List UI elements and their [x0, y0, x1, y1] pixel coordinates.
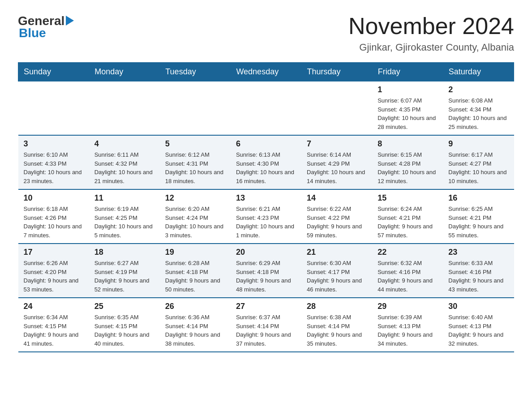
day-info: Sunrise: 6:33 AM Sunset: 4:16 PM Dayligh…	[448, 259, 508, 294]
calendar-cell: 25Sunrise: 6:35 AM Sunset: 4:15 PM Dayli…	[89, 298, 160, 352]
calendar-week-row: 24Sunrise: 6:34 AM Sunset: 4:15 PM Dayli…	[18, 298, 514, 352]
day-number: 27	[236, 302, 296, 311]
calendar-cell: 12Sunrise: 6:20 AM Sunset: 4:24 PM Dayli…	[160, 189, 231, 244]
day-info: Sunrise: 6:24 AM Sunset: 4:21 PM Dayligh…	[378, 205, 438, 240]
calendar-cell: 6Sunrise: 6:13 AM Sunset: 4:30 PM Daylig…	[231, 135, 301, 189]
logo-area: General Blue	[18, 13, 74, 40]
day-number: 9	[448, 139, 508, 149]
day-info: Sunrise: 6:37 AM Sunset: 4:14 PM Dayligh…	[236, 313, 296, 348]
calendar-cell: 13Sunrise: 6:21 AM Sunset: 4:23 PM Dayli…	[231, 189, 301, 244]
day-info: Sunrise: 6:38 AM Sunset: 4:14 PM Dayligh…	[307, 313, 367, 348]
calendar-cell: 22Sunrise: 6:32 AM Sunset: 4:16 PM Dayli…	[372, 244, 443, 298]
calendar-cell: 10Sunrise: 6:18 AM Sunset: 4:26 PM Dayli…	[18, 189, 89, 244]
day-info: Sunrise: 6:21 AM Sunset: 4:23 PM Dayligh…	[236, 205, 296, 240]
calendar-cell: 19Sunrise: 6:28 AM Sunset: 4:18 PM Dayli…	[160, 244, 231, 298]
day-info: Sunrise: 6:22 AM Sunset: 4:22 PM Dayligh…	[307, 205, 367, 240]
calendar-cell: 28Sunrise: 6:38 AM Sunset: 4:14 PM Dayli…	[301, 298, 372, 352]
calendar-cell: 4Sunrise: 6:11 AM Sunset: 4:32 PM Daylig…	[89, 135, 160, 189]
calendar-table: SundayMondayTuesdayWednesdayThursdayFrid…	[18, 62, 514, 352]
day-number: 15	[378, 193, 438, 203]
calendar-subtitle: Gjinkar, Gjirokaster County, Albania	[348, 42, 514, 53]
day-number: 5	[165, 139, 225, 149]
day-number: 14	[307, 193, 367, 203]
header-day-friday: Friday	[372, 63, 443, 81]
calendar-cell: 9Sunrise: 6:17 AM Sunset: 4:27 PM Daylig…	[443, 135, 514, 189]
day-number: 10	[24, 193, 84, 203]
day-info: Sunrise: 6:26 AM Sunset: 4:20 PM Dayligh…	[24, 259, 84, 294]
day-number: 26	[165, 302, 225, 311]
day-info: Sunrise: 6:17 AM Sunset: 4:27 PM Dayligh…	[448, 150, 508, 185]
calendar-cell: 14Sunrise: 6:22 AM Sunset: 4:22 PM Dayli…	[301, 189, 372, 244]
calendar-cell	[231, 81, 301, 136]
day-info: Sunrise: 6:13 AM Sunset: 4:30 PM Dayligh…	[236, 150, 296, 185]
day-info: Sunrise: 6:07 AM Sunset: 4:35 PM Dayligh…	[378, 96, 438, 131]
day-number: 22	[378, 248, 438, 257]
day-number: 8	[378, 139, 438, 149]
day-number: 11	[94, 193, 154, 203]
calendar-cell: 2Sunrise: 6:08 AM Sunset: 4:34 PM Daylig…	[443, 81, 514, 136]
day-number: 4	[94, 139, 154, 149]
day-info: Sunrise: 6:27 AM Sunset: 4:19 PM Dayligh…	[94, 259, 154, 294]
day-info: Sunrise: 6:34 AM Sunset: 4:15 PM Dayligh…	[24, 313, 84, 348]
calendar-cell	[18, 81, 89, 136]
day-info: Sunrise: 6:40 AM Sunset: 4:13 PM Dayligh…	[448, 313, 508, 348]
calendar-cell: 23Sunrise: 6:33 AM Sunset: 4:16 PM Dayli…	[443, 244, 514, 298]
calendar-week-row: 10Sunrise: 6:18 AM Sunset: 4:26 PM Dayli…	[18, 189, 514, 244]
header: General Blue November 2024 Gjinkar, Gjir…	[18, 13, 514, 53]
day-number: 1	[378, 85, 438, 94]
day-info: Sunrise: 6:32 AM Sunset: 4:16 PM Dayligh…	[378, 259, 438, 294]
day-number: 25	[94, 302, 154, 311]
day-info: Sunrise: 6:10 AM Sunset: 4:33 PM Dayligh…	[24, 150, 84, 185]
header-day-thursday: Thursday	[301, 63, 372, 81]
calendar-title: November 2024	[348, 13, 514, 39]
calendar-cell: 30Sunrise: 6:40 AM Sunset: 4:13 PM Dayli…	[443, 298, 514, 352]
calendar-cell: 24Sunrise: 6:34 AM Sunset: 4:15 PM Dayli…	[18, 298, 89, 352]
logo-blue-word: Blue	[19, 26, 46, 40]
day-number: 21	[307, 248, 367, 257]
calendar-cell: 29Sunrise: 6:39 AM Sunset: 4:13 PM Dayli…	[372, 298, 443, 352]
calendar-cell	[160, 81, 231, 136]
day-info: Sunrise: 6:19 AM Sunset: 4:25 PM Dayligh…	[94, 205, 154, 240]
day-number: 16	[448, 193, 508, 203]
day-info: Sunrise: 6:36 AM Sunset: 4:14 PM Dayligh…	[165, 313, 225, 348]
calendar-week-row: 1Sunrise: 6:07 AM Sunset: 4:35 PM Daylig…	[18, 81, 514, 136]
calendar-cell: 21Sunrise: 6:30 AM Sunset: 4:17 PM Dayli…	[301, 244, 372, 298]
day-number: 7	[307, 139, 367, 149]
day-info: Sunrise: 6:35 AM Sunset: 4:15 PM Dayligh…	[94, 313, 154, 348]
day-number: 6	[236, 139, 296, 149]
header-day-tuesday: Tuesday	[160, 63, 231, 81]
day-info: Sunrise: 6:15 AM Sunset: 4:28 PM Dayligh…	[378, 150, 438, 185]
day-number: 20	[236, 248, 296, 257]
day-number: 13	[236, 193, 296, 203]
day-info: Sunrise: 6:25 AM Sunset: 4:21 PM Dayligh…	[448, 205, 508, 240]
day-info: Sunrise: 6:14 AM Sunset: 4:29 PM Dayligh…	[307, 150, 367, 185]
header-day-wednesday: Wednesday	[231, 63, 301, 81]
day-number: 12	[165, 193, 225, 203]
calendar-week-row: 3Sunrise: 6:10 AM Sunset: 4:33 PM Daylig…	[18, 135, 514, 189]
day-info: Sunrise: 6:28 AM Sunset: 4:18 PM Dayligh…	[165, 259, 225, 294]
day-number: 29	[378, 302, 438, 311]
day-info: Sunrise: 6:29 AM Sunset: 4:18 PM Dayligh…	[236, 259, 296, 294]
day-info: Sunrise: 6:20 AM Sunset: 4:24 PM Dayligh…	[165, 205, 225, 240]
title-area: November 2024 Gjinkar, Gjirokaster Count…	[348, 13, 514, 53]
calendar-cell: 5Sunrise: 6:12 AM Sunset: 4:31 PM Daylig…	[160, 135, 231, 189]
day-number: 17	[24, 248, 84, 257]
header-day-monday: Monday	[89, 63, 160, 81]
header-day-saturday: Saturday	[443, 63, 514, 81]
day-info: Sunrise: 6:12 AM Sunset: 4:31 PM Dayligh…	[165, 150, 225, 185]
day-number: 18	[94, 248, 154, 257]
calendar-cell	[301, 81, 372, 136]
day-number: 24	[24, 302, 84, 311]
day-info: Sunrise: 6:30 AM Sunset: 4:17 PM Dayligh…	[307, 259, 367, 294]
logo-arrow-icon	[66, 14, 74, 29]
day-info: Sunrise: 6:08 AM Sunset: 4:34 PM Dayligh…	[448, 96, 508, 131]
calendar-cell: 1Sunrise: 6:07 AM Sunset: 4:35 PM Daylig…	[372, 81, 443, 136]
calendar-cell: 8Sunrise: 6:15 AM Sunset: 4:28 PM Daylig…	[372, 135, 443, 189]
day-number: 19	[165, 248, 225, 257]
calendar-week-row: 17Sunrise: 6:26 AM Sunset: 4:20 PM Dayli…	[18, 244, 514, 298]
calendar-cell: 17Sunrise: 6:26 AM Sunset: 4:20 PM Dayli…	[18, 244, 89, 298]
calendar-cell: 16Sunrise: 6:25 AM Sunset: 4:21 PM Dayli…	[443, 189, 514, 244]
day-info: Sunrise: 6:11 AM Sunset: 4:32 PM Dayligh…	[94, 150, 154, 185]
day-info: Sunrise: 6:18 AM Sunset: 4:26 PM Dayligh…	[24, 205, 84, 240]
calendar-cell: 15Sunrise: 6:24 AM Sunset: 4:21 PM Dayli…	[372, 189, 443, 244]
